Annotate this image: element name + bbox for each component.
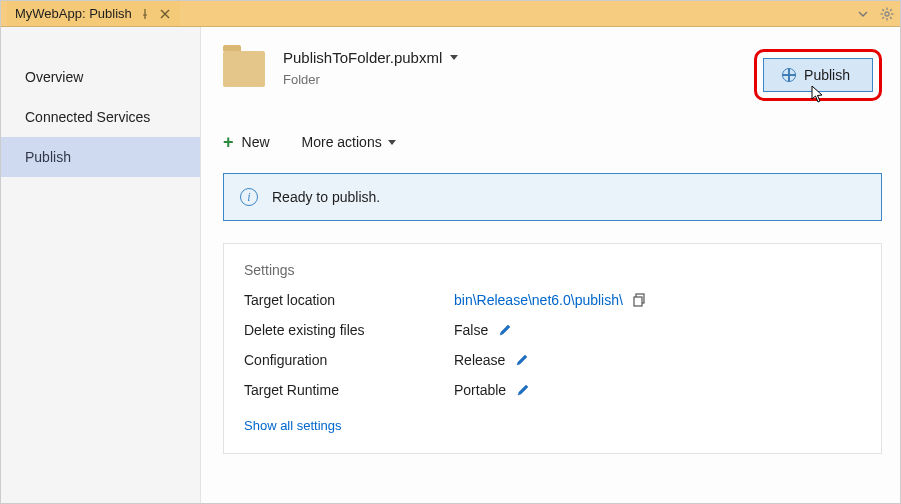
publish-button-label: Publish bbox=[804, 67, 850, 83]
more-actions-dropdown[interactable]: More actions bbox=[302, 134, 396, 150]
new-profile-label: New bbox=[242, 134, 270, 150]
setting-label: Target location bbox=[244, 292, 454, 308]
title-bar: MyWebApp: Publish bbox=[1, 1, 900, 27]
svg-line-7 bbox=[890, 9, 892, 11]
svg-point-0 bbox=[885, 12, 889, 16]
setting-label: Delete existing files bbox=[244, 322, 454, 338]
sidebar-item-overview[interactable]: Overview bbox=[1, 57, 200, 97]
folder-icon bbox=[223, 51, 265, 87]
edit-pencil-icon[interactable] bbox=[516, 383, 530, 397]
document-tab[interactable]: MyWebApp: Publish bbox=[7, 1, 180, 26]
globe-publish-icon bbox=[782, 68, 796, 82]
gear-icon[interactable] bbox=[880, 7, 894, 21]
publish-profile-dropdown[interactable]: PublishToFolder.pubxml bbox=[283, 49, 736, 66]
setting-value: False bbox=[454, 322, 488, 338]
setting-value-cell: Portable bbox=[454, 382, 861, 398]
publish-profile-type: Folder bbox=[283, 72, 736, 87]
status-text: Ready to publish. bbox=[272, 189, 380, 205]
setting-value[interactable]: bin\Release\net6.0\publish\ bbox=[454, 292, 623, 308]
pin-icon[interactable] bbox=[138, 7, 152, 21]
sidebar-item-publish[interactable]: Publish bbox=[1, 137, 200, 177]
publish-button-highlight: Publish bbox=[754, 49, 882, 101]
sidebar: Overview Connected Services Publish bbox=[1, 27, 201, 503]
window-dropdown-icon[interactable] bbox=[856, 7, 870, 21]
edit-pencil-icon[interactable] bbox=[498, 323, 512, 337]
settings-card: Settings Target locationbin\Release\net6… bbox=[223, 243, 882, 454]
edit-pencil-icon[interactable] bbox=[515, 353, 529, 367]
publish-button[interactable]: Publish bbox=[763, 58, 873, 92]
svg-line-6 bbox=[890, 17, 892, 19]
publish-profile-name: PublishToFolder.pubxml bbox=[283, 49, 442, 66]
tab-title: MyWebApp: Publish bbox=[15, 6, 132, 21]
svg-line-8 bbox=[882, 17, 884, 19]
more-actions-label: More actions bbox=[302, 134, 382, 150]
show-all-settings-link[interactable]: Show all settings bbox=[244, 418, 861, 433]
copy-icon[interactable] bbox=[633, 293, 647, 307]
setting-value-cell: False bbox=[454, 322, 861, 338]
new-profile-button[interactable]: + New bbox=[223, 133, 270, 151]
svg-rect-10 bbox=[634, 297, 642, 306]
setting-value: Release bbox=[454, 352, 505, 368]
main-panel: PublishToFolder.pubxml Folder Publish + … bbox=[201, 27, 900, 503]
setting-label: Target Runtime bbox=[244, 382, 454, 398]
chevron-down-icon bbox=[388, 140, 396, 145]
close-icon[interactable] bbox=[158, 7, 172, 21]
setting-value-cell: Release bbox=[454, 352, 861, 368]
sidebar-item-connected-services[interactable]: Connected Services bbox=[1, 97, 200, 137]
info-icon: i bbox=[240, 188, 258, 206]
chevron-down-icon bbox=[450, 55, 458, 60]
svg-line-5 bbox=[882, 9, 884, 11]
settings-heading: Settings bbox=[244, 262, 861, 278]
cursor-icon bbox=[810, 85, 828, 105]
setting-label: Configuration bbox=[244, 352, 454, 368]
plus-icon: + bbox=[223, 133, 234, 151]
setting-value-cell: bin\Release\net6.0\publish\ bbox=[454, 292, 861, 308]
setting-value: Portable bbox=[454, 382, 506, 398]
status-banner: i Ready to publish. bbox=[223, 173, 882, 221]
